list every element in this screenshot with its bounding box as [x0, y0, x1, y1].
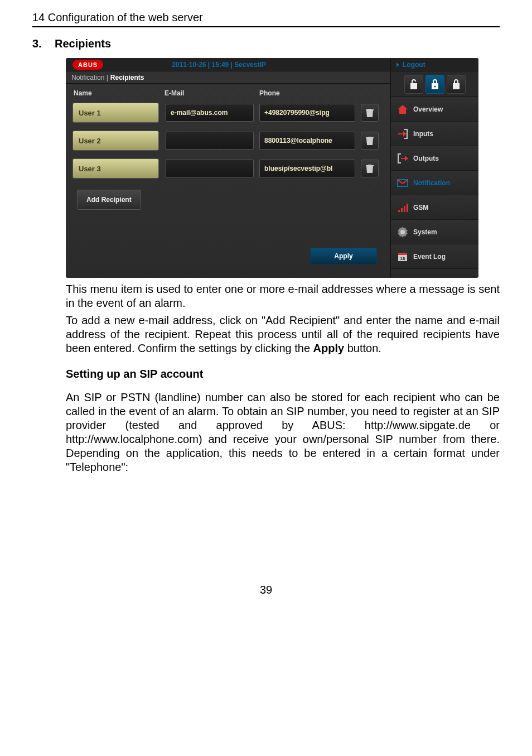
- lock-home-button[interactable]: [425, 75, 444, 94]
- subheading: Setting up an SIP account: [66, 368, 500, 381]
- arrow-out-icon: [396, 152, 409, 165]
- table-row: User 1 e-mail@abus.com +49820795990@sipg: [72, 103, 384, 123]
- signal-icon: [396, 201, 409, 214]
- nav-gsm[interactable]: GSM: [391, 195, 478, 220]
- arrow-right-icon: [396, 62, 399, 67]
- phone-field[interactable]: bluesip/secvestip@bl: [259, 160, 355, 177]
- phone-field[interactable]: +49820795990@sipg: [259, 104, 355, 122]
- delete-button[interactable]: [361, 160, 379, 177]
- col-name: Name: [72, 89, 165, 97]
- trash-icon: [365, 136, 374, 146]
- nav-label: Event Log: [413, 253, 446, 261]
- email-field[interactable]: [166, 132, 254, 150]
- nav-label: Inputs: [413, 130, 433, 138]
- bold-apply: Apply: [313, 342, 345, 354]
- trash-icon: [365, 163, 374, 174]
- page-number: 39: [32, 584, 500, 596]
- section-heading: 3.Recipients: [32, 37, 500, 50]
- mail-icon: [396, 177, 409, 189]
- topbar: ABUS 2011-10-26 | 15:49 | SecvestIP: [66, 58, 390, 71]
- section-title: Recipients: [55, 37, 111, 50]
- lock-button[interactable]: [447, 75, 466, 94]
- phone-field[interactable]: 8800113@localphone: [259, 132, 355, 150]
- col-email: E-Mail: [165, 89, 259, 97]
- paragraph: To add a new e-mail address, click on "A…: [66, 314, 500, 355]
- nav-label: Overview: [413, 105, 443, 113]
- breadcrumb-prefix: Notification |: [71, 74, 108, 81]
- user-button[interactable]: User 3: [72, 158, 159, 179]
- paragraph: An SIP or PSTN (landline) number can als…: [66, 391, 500, 474]
- text: button.: [344, 342, 381, 354]
- table-row: User 2 8800113@localphone: [72, 131, 384, 151]
- arrow-in-icon: [396, 128, 409, 140]
- house-icon: [396, 103, 409, 115]
- svg-text:18: 18: [400, 256, 405, 261]
- unlock-button[interactable]: [404, 75, 423, 94]
- nav-label: GSM: [413, 204, 428, 211]
- gear-icon: [396, 226, 409, 238]
- table-header: Name E-Mail Phone: [72, 89, 384, 97]
- paragraph: This menu item is used to enter one or m…: [66, 282, 500, 310]
- calendar-icon: 18: [396, 251, 409, 263]
- topbar-status: 2011-10-26 | 15:49 | SecvestIP: [66, 61, 390, 69]
- table-row: User 3 bluesip/secvestip@bl: [72, 158, 384, 179]
- user-button[interactable]: User 2: [72, 131, 159, 151]
- text: To add a new e-mail address, click on "A…: [66, 314, 500, 354]
- nav-label: Notification: [413, 179, 450, 187]
- email-field[interactable]: [166, 160, 254, 177]
- svg-point-0: [434, 85, 436, 87]
- add-recipient-button[interactable]: Add Recipient: [77, 190, 141, 210]
- app-screenshot: ABUS 2011-10-26 | 15:49 | SecvestIP Noti…: [66, 58, 478, 278]
- email-field[interactable]: e-mail@abus.com: [166, 104, 254, 122]
- nav-label: System: [413, 228, 437, 236]
- delete-button[interactable]: [361, 132, 379, 150]
- page-header: 14 Configuration of the web server: [32, 11, 500, 27]
- nav-notification[interactable]: Notification: [391, 171, 478, 195]
- nav-eventlog[interactable]: 18 Event Log: [391, 244, 478, 269]
- logout-link[interactable]: Logout: [391, 58, 478, 71]
- brand-logo: ABUS: [72, 60, 103, 70]
- breadcrumb-active: Recipients: [110, 74, 144, 81]
- locked-icon: [451, 78, 462, 90]
- breadcrumb: Notification | Recipients: [66, 71, 390, 84]
- locked-home-icon: [429, 78, 441, 90]
- nav-system[interactable]: System: [391, 220, 478, 244]
- trash-icon: [365, 108, 374, 118]
- lock-toggle-row: [391, 71, 478, 97]
- section-number: 3.: [32, 37, 55, 50]
- apply-button[interactable]: Apply: [310, 248, 377, 264]
- delete-button[interactable]: [361, 104, 379, 122]
- unlocked-icon: [408, 78, 419, 90]
- nav-overview[interactable]: Overview: [391, 97, 478, 122]
- logout-label: Logout: [403, 61, 425, 69]
- user-button[interactable]: User 1: [72, 103, 159, 123]
- nav-inputs[interactable]: Inputs: [391, 122, 478, 146]
- svg-rect-4: [398, 253, 407, 255]
- nav-outputs[interactable]: Outputs: [391, 146, 478, 171]
- nav-label: Outputs: [413, 155, 439, 162]
- col-phone: Phone: [259, 89, 384, 97]
